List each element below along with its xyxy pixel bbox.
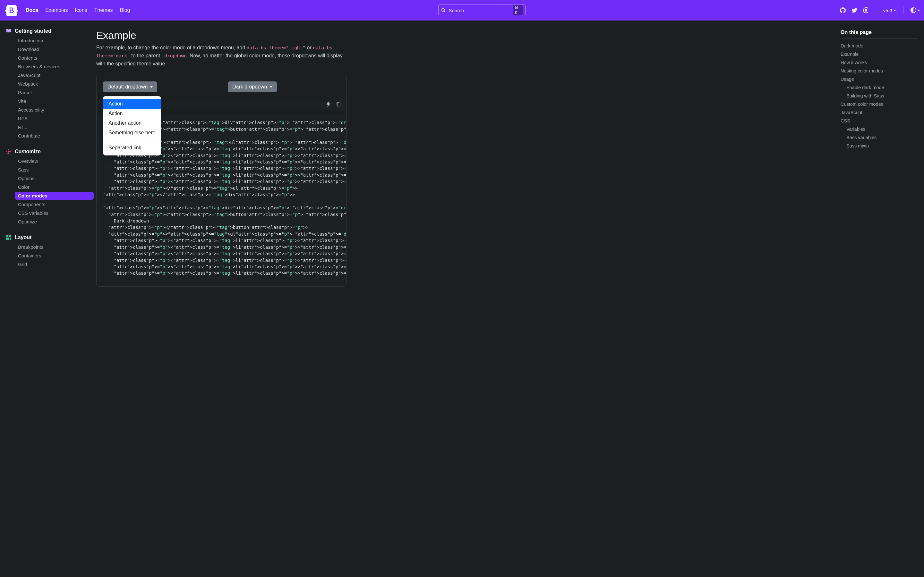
- toc-link[interactable]: JavaScript: [841, 109, 918, 116]
- nav-divider: [876, 6, 876, 14]
- bootstrap-logo[interactable]: [5, 4, 18, 17]
- nav-link-icons[interactable]: Icons: [75, 7, 87, 13]
- sidebar-item-sass[interactable]: Sass: [15, 166, 94, 174]
- nav-link-examples[interactable]: Examples: [45, 7, 68, 13]
- sidebar-section-customize[interactable]: Customize: [6, 149, 94, 155]
- toc-link[interactable]: Enable dark mode: [841, 84, 918, 91]
- svg-rect-1: [6, 235, 8, 237]
- caret-down-icon: [893, 10, 896, 11]
- navbar: DocsExamplesIconsThemesBlog ⌘ K v5.3: [0, 0, 924, 21]
- svg-rect-4: [10, 237, 11, 240]
- github-icon[interactable]: [840, 7, 846, 13]
- sidebar-item-css-variables[interactable]: CSS variables: [15, 209, 94, 217]
- sidebar: Getting startedIntroductionDownloadConte…: [0, 21, 96, 577]
- sidebar-item-introduction[interactable]: Introduction: [15, 37, 94, 45]
- code-inline: .dropdown: [162, 53, 187, 58]
- search-icon: [441, 7, 446, 13]
- nav-divider: [903, 6, 903, 14]
- nav-link-blog[interactable]: Blog: [120, 7, 130, 13]
- half-circle-icon: [911, 7, 916, 13]
- toc-link[interactable]: Custom color modes: [841, 101, 918, 107]
- default-dropdown-button[interactable]: Default dropdown: [103, 81, 157, 92]
- caret-down-icon: [150, 86, 153, 88]
- svg-rect-5: [337, 103, 340, 106]
- stackblitz-icon[interactable]: [326, 102, 331, 107]
- sidebar-item-overview[interactable]: Overview: [15, 157, 94, 165]
- copy-icon[interactable]: [336, 102, 341, 107]
- section-paragraph: For example, to change the color mode of…: [96, 44, 347, 68]
- toc-link[interactable]: Variables: [841, 126, 918, 132]
- dropdown-divider: [103, 140, 161, 140]
- sidebar-item-vite[interactable]: Vite: [15, 97, 94, 105]
- sidebar-item-download[interactable]: Download: [15, 45, 94, 53]
- sidebar-item-options[interactable]: Options: [15, 174, 94, 182]
- section-icon: [6, 28, 11, 34]
- twitter-icon[interactable]: [851, 7, 857, 13]
- sidebar-item-javascript[interactable]: JavaScript: [15, 71, 94, 79]
- toc-link[interactable]: Nesting color modes: [841, 68, 918, 74]
- sidebar-item-accessibility[interactable]: Accessibility: [15, 106, 94, 114]
- toc-link[interactable]: Usage: [841, 76, 918, 82]
- search-bar[interactable]: ⌘ K: [438, 4, 525, 16]
- toc-link[interactable]: Sass mixin: [841, 143, 918, 149]
- caret-down-icon: [270, 86, 272, 88]
- on-this-page: On this page Dark modeExampleHow it work…: [834, 21, 924, 577]
- svg-rect-3: [6, 237, 9, 240]
- sidebar-item-rtl[interactable]: RTL: [15, 123, 94, 131]
- sidebar-item-contribute[interactable]: Contribute: [15, 132, 94, 140]
- code-inline: data-bs-theme="light": [247, 45, 305, 50]
- sidebar-item-color[interactable]: Color: [15, 183, 94, 191]
- section-heading: Example: [96, 29, 347, 41]
- sidebar-item-grid[interactable]: Grid: [15, 260, 94, 268]
- search-shortcut: ⌘ K: [513, 5, 522, 15]
- nav-link-docs[interactable]: Docs: [26, 7, 38, 13]
- opencollective-icon[interactable]: [863, 7, 869, 13]
- caret-down-icon: [918, 10, 920, 11]
- dropdown-item[interactable]: Action: [103, 99, 161, 109]
- sidebar-item-color-modes[interactable]: Color modes: [15, 192, 94, 200]
- sidebar-item-contents[interactable]: Contents: [15, 54, 94, 62]
- section-icon: [6, 235, 11, 240]
- example-live: Default dropdown ActionActionAnother act…: [97, 75, 346, 99]
- nav-link-themes[interactable]: Themes: [94, 7, 113, 13]
- search-input[interactable]: [448, 7, 510, 13]
- nav-links: DocsExamplesIconsThemesBlog: [26, 7, 130, 13]
- sidebar-item-rfs[interactable]: RFS: [15, 114, 94, 122]
- theme-toggle[interactable]: [911, 7, 920, 13]
- sidebar-item-browsers-devices[interactable]: Browsers & devices: [15, 63, 94, 71]
- toc-link[interactable]: CSS: [841, 118, 918, 124]
- sidebar-item-optimize[interactable]: Optimize: [15, 218, 94, 226]
- sidebar-item-breakpoints[interactable]: Breakpoints: [15, 243, 94, 251]
- nav-right: v5.3: [840, 6, 920, 14]
- toc-link[interactable]: How it works: [841, 59, 918, 66]
- dark-dropdown-button[interactable]: Dark dropdown: [228, 81, 277, 92]
- toc-link[interactable]: Example: [841, 51, 918, 57]
- main-content: Example For example, to change the color…: [96, 21, 359, 577]
- sidebar-item-webpack[interactable]: Webpack: [15, 80, 94, 88]
- toc-link[interactable]: Sass variables: [841, 134, 918, 141]
- toc-link[interactable]: Dark mode: [841, 43, 918, 49]
- dropdown-light: Default dropdown ActionActionAnother act…: [103, 81, 215, 92]
- toc-title: On this page: [841, 29, 918, 35]
- sidebar-section-getting-started[interactable]: Getting started: [6, 28, 94, 34]
- version-dropdown[interactable]: v5.3: [883, 8, 896, 13]
- dropdown-dark: Dark dropdown: [228, 81, 340, 92]
- sidebar-section-layout[interactable]: Layout: [6, 235, 94, 240]
- sidebar-item-components[interactable]: Components: [15, 200, 94, 208]
- dropdown-item[interactable]: Separated link: [103, 143, 161, 153]
- dropdown-item[interactable]: Action: [103, 109, 161, 118]
- dropdown-item[interactable]: Another action: [103, 118, 161, 128]
- dropdown-menu: ActionActionAnother actionSomething else…: [103, 96, 161, 155]
- toc-items: Dark modeExampleHow it worksNesting colo…: [841, 43, 918, 149]
- example-box: Default dropdown ActionActionAnother act…: [96, 75, 347, 287]
- toc-link[interactable]: Building with Sass: [841, 93, 918, 99]
- sidebar-item-parcel[interactable]: Parcel: [15, 89, 94, 97]
- svg-rect-2: [9, 235, 11, 237]
- sidebar-item-containers[interactable]: Containers: [15, 251, 94, 259]
- dropdown-item[interactable]: Something else here: [103, 128, 161, 137]
- section-icon: [6, 149, 11, 155]
